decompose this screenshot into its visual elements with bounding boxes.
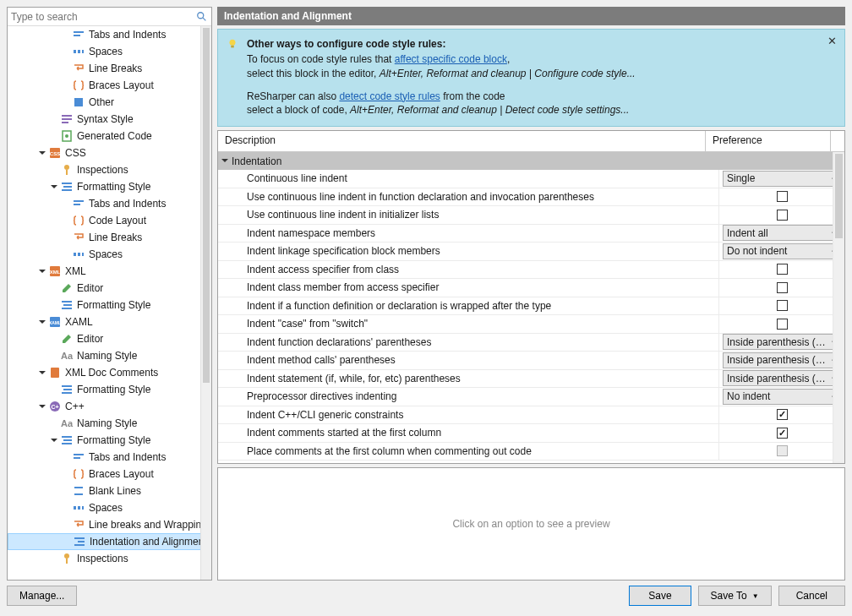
tree-item[interactable]: XAML bbox=[8, 313, 211, 330]
setting-value[interactable]: No indent bbox=[719, 388, 844, 406]
tree-arrow-icon[interactable] bbox=[50, 132, 58, 140]
dropdown[interactable]: Single bbox=[723, 171, 841, 187]
tree-arrow-icon[interactable] bbox=[62, 250, 70, 259]
tree-arrow-icon[interactable] bbox=[62, 504, 70, 512]
tree-item[interactable]: Naming Style bbox=[8, 347, 211, 364]
tree-arrow-icon[interactable] bbox=[50, 335, 58, 343]
tree-item[interactable]: XML bbox=[8, 263, 211, 280]
tree-arrow-icon[interactable] bbox=[38, 368, 46, 377]
tree-item[interactable]: Spaces bbox=[8, 499, 211, 516]
setting-value[interactable] bbox=[719, 443, 844, 461]
setting-row[interactable]: Place comments at the first column when … bbox=[218, 443, 844, 461]
tree-item[interactable]: Tabs and Indents bbox=[8, 26, 211, 43]
setting-value[interactable] bbox=[719, 206, 844, 224]
tree-arrow-icon[interactable] bbox=[50, 115, 58, 123]
checkbox[interactable] bbox=[777, 300, 788, 311]
tree-arrow-icon[interactable] bbox=[50, 166, 58, 174]
setting-row[interactable]: Indent comments started at the first col… bbox=[218, 424, 844, 443]
tree-arrow-icon[interactable] bbox=[50, 554, 58, 563]
setting-row[interactable]: Indent linkage specification block membe… bbox=[218, 243, 844, 261]
checkbox[interactable] bbox=[777, 264, 788, 275]
setting-row[interactable]: Indent access specifier from class bbox=[218, 261, 844, 280]
search-input[interactable] bbox=[11, 11, 196, 23]
tree-item[interactable]: Tabs and Indents bbox=[8, 195, 211, 212]
setting-row[interactable]: Indent class member from access specifie… bbox=[218, 279, 844, 297]
col-preference[interactable]: Preference bbox=[706, 131, 831, 151]
dropdown[interactable]: Inside parenthesis (BSD/K bbox=[723, 370, 841, 386]
tree-item[interactable]: CSS bbox=[8, 144, 211, 161]
tree-item[interactable]: Other bbox=[8, 94, 211, 111]
tree-arrow-icon[interactable] bbox=[50, 385, 58, 394]
setting-value[interactable]: Indent all bbox=[719, 225, 844, 243]
setting-value[interactable]: Inside parenthesis (BSD/K bbox=[719, 352, 844, 369]
tree-arrow-icon[interactable] bbox=[63, 537, 71, 546]
tree-arrow-icon[interactable] bbox=[62, 98, 70, 106]
tree-item[interactable]: Code Layout bbox=[8, 212, 211, 229]
tree-arrow-icon[interactable] bbox=[50, 284, 58, 292]
tree-scrollbar[interactable] bbox=[200, 26, 211, 580]
tree-item[interactable]: Line Breaks bbox=[8, 229, 211, 246]
setting-row[interactable]: Indent namespace membersIndent all bbox=[218, 225, 844, 243]
grid-scrollbar[interactable] bbox=[833, 152, 844, 463]
checkbox[interactable] bbox=[777, 319, 788, 330]
tree-item[interactable]: Tabs and Indents bbox=[8, 449, 211, 466]
setting-row[interactable]: Use continuous line indent in function d… bbox=[218, 188, 844, 207]
setting-row[interactable]: Indent if a function definition or decla… bbox=[218, 297, 844, 316]
tree-arrow-icon[interactable] bbox=[38, 318, 46, 326]
tree-item[interactable]: Braces Layout bbox=[8, 466, 211, 482]
tree-arrow-icon[interactable] bbox=[62, 233, 70, 242]
tree-item[interactable]: Syntax Style bbox=[8, 111, 211, 128]
tree-item[interactable]: Braces Layout bbox=[8, 77, 211, 94]
setting-value[interactable] bbox=[719, 406, 844, 424]
tree-arrow-icon[interactable] bbox=[62, 81, 70, 90]
col-description[interactable]: Description bbox=[218, 131, 706, 151]
setting-value[interactable]: Single bbox=[719, 170, 844, 188]
tree-item[interactable]: Indentation and Alignment bbox=[8, 533, 211, 550]
tree-item[interactable]: Inspections bbox=[8, 550, 211, 567]
tree-item[interactable]: XML Doc Comments bbox=[8, 364, 211, 381]
checkbox[interactable] bbox=[777, 428, 788, 439]
tree-item[interactable]: Line breaks and Wrapping bbox=[8, 516, 211, 533]
dropdown[interactable]: Inside parenthesis (BSD/K bbox=[723, 334, 841, 350]
setting-row[interactable]: Indent C++/CLI generic constraints bbox=[218, 406, 844, 425]
tree-arrow-icon[interactable] bbox=[62, 47, 70, 56]
tree-item[interactable]: Editor bbox=[8, 280, 211, 297]
cancel-button[interactable]: Cancel bbox=[778, 586, 845, 606]
setting-value[interactable] bbox=[719, 279, 844, 297]
setting-row[interactable]: Preprocessor directives indentingNo inde… bbox=[218, 388, 844, 406]
setting-value[interactable] bbox=[719, 261, 844, 279]
tree-arrow-icon[interactable] bbox=[38, 267, 46, 275]
dropdown[interactable]: Inside parenthesis (BSD/K bbox=[723, 352, 841, 368]
checkbox[interactable] bbox=[777, 210, 788, 221]
setting-value[interactable] bbox=[719, 188, 844, 206]
dropdown[interactable]: Do not indent bbox=[723, 243, 841, 259]
dropdown[interactable]: Indent all bbox=[723, 225, 841, 241]
search-icon[interactable] bbox=[196, 11, 208, 23]
tree-item[interactable]: Editor bbox=[8, 330, 211, 347]
info-link-2[interactable]: detect code style rules bbox=[339, 90, 440, 102]
setting-row[interactable]: Indent statement (if, while, for, etc) p… bbox=[218, 370, 844, 389]
tree-item[interactable]: Naming Style bbox=[8, 415, 211, 432]
tree-arrow-icon[interactable] bbox=[62, 453, 70, 461]
tree-item[interactable]: Formatting Style bbox=[8, 297, 211, 313]
checkbox[interactable] bbox=[777, 191, 788, 202]
setting-row[interactable]: Indent function declarations' parenthese… bbox=[218, 334, 844, 352]
setting-value[interactable]: Inside parenthesis (BSD/K bbox=[719, 370, 844, 388]
setting-row[interactable]: Indent method calls' parenthesesInside p… bbox=[218, 352, 844, 370]
close-icon[interactable]: ✕ bbox=[826, 35, 838, 46]
setting-value[interactable]: Do not indent bbox=[719, 243, 844, 260]
tree-item[interactable]: Formatting Style bbox=[8, 432, 211, 449]
manage-button[interactable]: Manage... bbox=[7, 586, 77, 606]
tree-item[interactable]: Line Breaks bbox=[8, 60, 211, 77]
tree-item[interactable]: Inspections bbox=[8, 161, 211, 178]
tree-arrow-icon[interactable] bbox=[62, 487, 70, 495]
tree-arrow-icon[interactable] bbox=[62, 470, 70, 478]
tree-arrow-icon[interactable] bbox=[50, 436, 58, 444]
info-link-1[interactable]: affect specific code block bbox=[395, 53, 507, 65]
save-to-button[interactable]: Save To▼ bbox=[698, 586, 772, 606]
setting-row[interactable]: Use continuous line indent in initialize… bbox=[218, 206, 844, 225]
tree-arrow-icon[interactable] bbox=[62, 30, 70, 39]
setting-row[interactable]: Continuous line indentSingle bbox=[218, 170, 844, 188]
tree-arrow-icon[interactable] bbox=[50, 419, 58, 428]
tree-arrow-icon[interactable] bbox=[50, 183, 58, 191]
